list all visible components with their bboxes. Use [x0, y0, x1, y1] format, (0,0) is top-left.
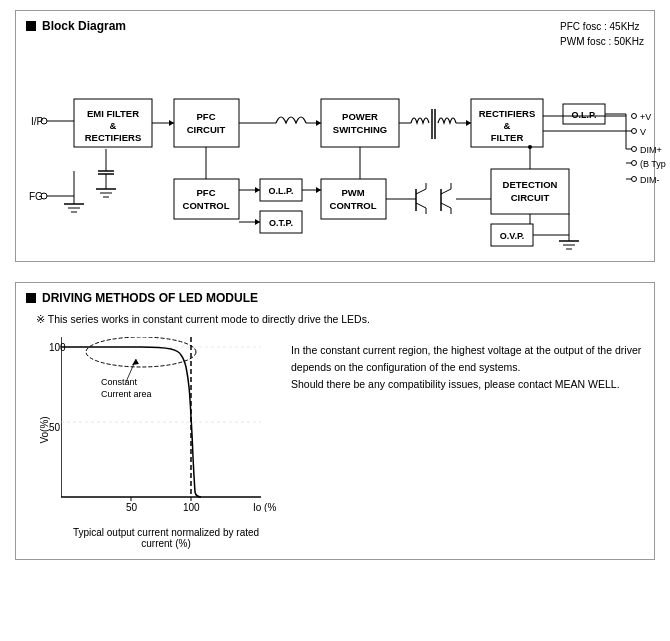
chart-container: Vo(%) 100 50 50 — [26, 337, 276, 549]
driving-note: ※ This series works in constant current … — [36, 313, 644, 325]
svg-text:I/P: I/P — [31, 116, 44, 127]
driving-main-text: In the constant current region, the high… — [291, 344, 641, 390]
chart-svg: 50 100 Io (%) Constant — [61, 337, 276, 512]
driving-header: DRIVING METHODS OF LED MODULE — [26, 291, 644, 305]
svg-text:CIRCUIT: CIRCUIT — [511, 192, 550, 203]
chart-caption: Typical output current normalized by rat… — [56, 527, 276, 549]
svg-marker-77 — [255, 219, 260, 225]
svg-text:O.L.P.: O.L.P. — [269, 186, 294, 196]
block-diagram-title: Block Diagram — [42, 19, 126, 33]
svg-line-87 — [441, 203, 451, 208]
svg-point-45 — [632, 114, 637, 119]
svg-marker-36 — [466, 120, 471, 126]
svg-point-49 — [632, 147, 637, 152]
svg-text:V: V — [640, 127, 646, 137]
svg-rect-68 — [321, 179, 386, 219]
svg-marker-28 — [316, 120, 321, 126]
svg-text:O.L.P.: O.L.P. — [572, 110, 597, 120]
svg-line-82 — [416, 203, 426, 208]
svg-text:PFC: PFC — [197, 187, 216, 198]
svg-text:CIRCUIT: CIRCUIT — [187, 124, 226, 135]
driving-content: Vo(%) 100 50 50 — [26, 337, 644, 549]
driving-section: DRIVING METHODS OF LED MODULE ※ This ser… — [15, 282, 655, 560]
svg-text:O.V.P.: O.V.P. — [500, 231, 525, 241]
svg-text:Constant: Constant — [101, 377, 138, 387]
svg-text:EMI FILTER: EMI FILTER — [87, 108, 139, 119]
svg-text:FILTER: FILTER — [491, 132, 524, 143]
driving-title: DRIVING METHODS OF LED MODULE — [42, 291, 258, 305]
svg-text:DIM-: DIM- — [640, 175, 660, 185]
svg-line-80 — [416, 189, 426, 194]
svg-text:CONTROL: CONTROL — [330, 200, 377, 211]
svg-text:DETECTION: DETECTION — [503, 179, 558, 190]
svg-text:&: & — [504, 120, 511, 131]
svg-point-47 — [632, 129, 637, 134]
driving-square — [26, 293, 36, 303]
svg-rect-21 — [174, 99, 239, 147]
svg-text:+V: +V — [640, 112, 651, 122]
header-square — [26, 21, 36, 31]
svg-text:(B Type): (B Type) — [640, 159, 666, 169]
svg-text:RECTIFIERS: RECTIFIERS — [85, 132, 141, 143]
svg-point-94 — [528, 145, 532, 149]
svg-rect-29 — [321, 99, 399, 147]
svg-text:RECTIFIERS: RECTIFIERS — [479, 108, 535, 119]
svg-text:50: 50 — [126, 502, 138, 512]
y-tick-50: 50 — [49, 422, 60, 433]
svg-marker-73 — [255, 187, 260, 193]
block-diagram-svg: I/P FG EMI FILTER & RECTIFIERS — [26, 41, 666, 251]
driving-description: In the constant current region, the high… — [291, 337, 644, 549]
svg-text:SWITCHING: SWITCHING — [333, 124, 387, 135]
svg-text:CONTROL: CONTROL — [183, 200, 230, 211]
svg-marker-121 — [132, 359, 139, 365]
driving-note-text: ※ This series works in constant current … — [36, 313, 370, 325]
svg-point-53 — [632, 177, 637, 182]
svg-text:Current area: Current area — [101, 389, 152, 399]
svg-marker-75 — [316, 187, 321, 193]
block-diagram-section: Block Diagram PFC fosc : 45KHzPWM fosc :… — [15, 10, 655, 262]
svg-marker-25 — [169, 120, 174, 126]
svg-rect-61 — [174, 179, 239, 219]
svg-text:FG: FG — [29, 191, 43, 202]
svg-point-51 — [632, 161, 637, 166]
svg-text:POWER: POWER — [342, 111, 378, 122]
svg-text:PWM: PWM — [341, 187, 364, 198]
svg-line-85 — [441, 189, 451, 194]
svg-text:O.T.P.: O.T.P. — [269, 218, 293, 228]
svg-text:PFC: PFC — [197, 111, 216, 122]
block-diagram-header: Block Diagram — [26, 19, 644, 33]
svg-text:&: & — [110, 120, 117, 131]
svg-text:100: 100 — [183, 502, 200, 512]
svg-text:Io (%): Io (%) — [253, 502, 276, 512]
svg-text:DIM+: DIM+ — [640, 145, 662, 155]
block-diagram-area: I/P FG EMI FILTER & RECTIFIERS — [26, 41, 644, 251]
